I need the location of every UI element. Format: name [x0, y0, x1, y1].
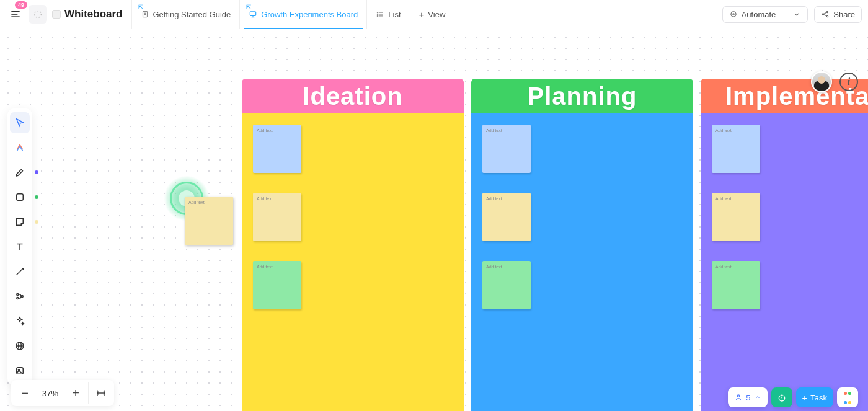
svg-point-18: [823, 14, 824, 15]
pin-icon: ⇱: [246, 4, 251, 11]
sticky-note[interactable]: Add text: [253, 261, 301, 309]
sticky-note[interactable]: Add text: [253, 125, 301, 173]
plus-icon: +: [802, 392, 808, 403]
sticky-note[interactable]: Add text: [482, 125, 531, 173]
tab-getting-started[interactable]: ⇱ Getting Started Guide: [131, 0, 240, 29]
share-button[interactable]: Share: [814, 6, 862, 23]
add-view-button[interactable]: + View: [410, 0, 454, 29]
whiteboard-icon: [249, 10, 257, 19]
tab-label: List: [388, 10, 401, 19]
notification-badge: 49: [15, 1, 27, 9]
fit-width-button[interactable]: [88, 382, 113, 404]
column-implementation[interactable]: Implementation Add text Add text Add tex…: [701, 79, 868, 411]
left-toolbar: [7, 108, 32, 385]
sticky-note[interactable]: Add text: [482, 261, 531, 309]
column-header: Planning: [471, 79, 693, 113]
page-color-swatch: [52, 10, 61, 19]
svg-line-22: [824, 15, 827, 16]
plus-icon: +: [419, 9, 425, 20]
collaborators-button[interactable]: 5: [728, 387, 767, 407]
svg-point-15: [378, 15, 378, 16]
chevron-down-icon: [792, 10, 801, 19]
new-task-button[interactable]: + Task: [796, 387, 834, 407]
apps-button[interactable]: [837, 387, 858, 407]
tab-label: Growth Experiments Board: [261, 10, 358, 19]
top-bar: 49 Whiteboard ⇱ Getting Started Guide ⇱ …: [0, 0, 868, 29]
column-body[interactable]: Add text Add text Add text: [242, 113, 464, 411]
sticky-note[interactable]: Add text: [712, 193, 760, 241]
tab-list[interactable]: List: [366, 0, 409, 29]
collaborators-count: 5: [746, 393, 750, 402]
column-planning[interactable]: Planning Add text Add text Add text: [471, 79, 693, 411]
column-body[interactable]: Add text Add text Add text: [471, 113, 693, 411]
column-body[interactable]: Add text Add text Add text: [701, 113, 868, 411]
column-header: Ideation: [242, 79, 464, 113]
whiteboard-canvas[interactable]: − 37% + Ideation Add text Add text Add t…: [0, 29, 868, 411]
tab-label: Getting Started Guide: [153, 10, 231, 19]
svg-point-37: [738, 395, 740, 397]
bottom-right-controls: 5 + Task: [728, 387, 858, 407]
stopwatch-icon: [777, 392, 787, 402]
dragging-sticky-note[interactable]: Add text: [185, 197, 233, 245]
user-avatar[interactable]: [811, 71, 832, 92]
zoom-in-button[interactable]: +: [63, 382, 88, 404]
task-label: Task: [810, 393, 827, 402]
automate-icon: [729, 10, 738, 19]
chevron-up-icon: [754, 394, 761, 401]
connector-tool[interactable]: [10, 261, 30, 282]
zoom-out-button[interactable]: −: [12, 382, 37, 404]
zoom-value[interactable]: 37%: [37, 389, 63, 398]
list-icon: [376, 10, 384, 19]
column-ideation[interactable]: Ideation Add text Add text Add text: [242, 79, 464, 411]
relation-tool[interactable]: [10, 286, 30, 307]
share-icon: [821, 10, 830, 19]
page-title[interactable]: Whiteboard: [52, 8, 123, 20]
sticky-note[interactable]: Add text: [712, 261, 760, 309]
sticky-note[interactable]: Add text: [482, 193, 531, 241]
sticky-note[interactable]: Add text: [253, 193, 301, 241]
text-tool[interactable]: [10, 236, 30, 257]
automate-button[interactable]: Automate: [722, 6, 808, 23]
svg-line-21: [824, 12, 827, 14]
svg-point-38: [779, 396, 784, 401]
view-tabs: ⇱ Getting Started Guide ⇱ Growth Experim…: [131, 0, 454, 29]
add-view-label: View: [428, 10, 445, 19]
smart-tool[interactable]: [10, 137, 30, 158]
sticky-tool[interactable]: [10, 211, 30, 232]
zoom-controls: − 37% +: [11, 380, 114, 406]
svg-point-13: [378, 12, 378, 13]
svg-point-20: [827, 15, 828, 17]
timer-button[interactable]: [771, 387, 792, 407]
ai-tool[interactable]: [10, 311, 30, 332]
automate-dropdown[interactable]: [786, 7, 807, 22]
doc-icon: [141, 10, 149, 19]
menu-button[interactable]: 49: [6, 5, 25, 24]
pin-icon: ⇱: [138, 4, 143, 11]
select-tool[interactable]: [10, 112, 30, 133]
image-tool[interactable]: [10, 360, 30, 381]
person-icon: [734, 393, 743, 402]
sync-icon: [29, 5, 47, 24]
web-tool[interactable]: [10, 335, 30, 356]
share-label: Share: [833, 10, 855, 19]
page-title-text: Whiteboard: [64, 8, 123, 20]
automate-label: Automate: [742, 10, 776, 19]
svg-point-26: [17, 294, 19, 296]
svg-point-3: [35, 11, 42, 18]
svg-rect-23: [17, 194, 24, 201]
tab-growth-experiments[interactable]: ⇱ Growth Experiments Board: [239, 0, 366, 29]
shape-tool[interactable]: [10, 187, 30, 208]
info-button[interactable]: i: [839, 73, 858, 91]
sticky-note[interactable]: Add text: [712, 125, 760, 173]
svg-point-27: [17, 298, 19, 299]
svg-point-16: [731, 12, 736, 17]
svg-point-19: [827, 11, 828, 12]
board-columns: Ideation Add text Add text Add text Plan…: [242, 79, 868, 411]
svg-point-14: [378, 14, 378, 14]
svg-point-17: [732, 14, 733, 15]
pen-tool[interactable]: [10, 162, 30, 183]
svg-rect-7: [250, 12, 256, 15]
